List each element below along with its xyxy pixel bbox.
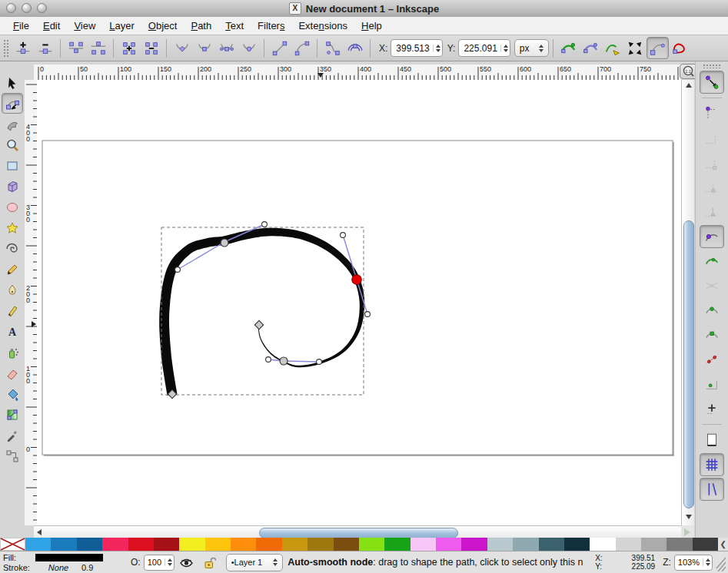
make-line-button[interactable] bbox=[268, 37, 291, 59]
tool-gradient[interactable] bbox=[2, 404, 23, 425]
delete-segment-button[interactable] bbox=[140, 37, 162, 59]
tool-calligraphy[interactable] bbox=[2, 300, 23, 321]
make-corner-button[interactable] bbox=[171, 37, 193, 59]
x-coordinate-spinbox[interactable]: 399.513 bbox=[391, 39, 442, 57]
edit-mask-path-button[interactable] bbox=[580, 37, 602, 59]
make-smooth-button[interactable] bbox=[193, 37, 215, 59]
swatch-ee5cee[interactable] bbox=[436, 538, 461, 551]
snap-smooth-nodes-button[interactable] bbox=[700, 323, 724, 346]
menu-file[interactable]: File bbox=[6, 18, 36, 33]
snap-rotation-centers-button[interactable] bbox=[700, 397, 724, 420]
tool-box-3d[interactable] bbox=[2, 176, 23, 197]
minimize-button[interactable] bbox=[22, 3, 32, 13]
menu-layer[interactable]: Layer bbox=[102, 18, 141, 33]
stroke-value[interactable]: None bbox=[35, 563, 81, 572]
menu-path[interactable]: Path bbox=[184, 18, 218, 33]
canvas[interactable] bbox=[37, 80, 681, 525]
snap-master-toggle-button[interactable] bbox=[700, 71, 724, 94]
snap-bbox-edges-button[interactable] bbox=[700, 127, 724, 150]
scroll-left-icon[interactable] bbox=[37, 529, 42, 535]
horizontal-ruler[interactable]: 0501001502002503003504004505005506006507… bbox=[34, 65, 681, 81]
swatch-8ea9af[interactable] bbox=[513, 538, 538, 551]
tool-rectangle[interactable] bbox=[2, 155, 23, 176]
horizontal-scrollbar[interactable] bbox=[34, 525, 681, 538]
tool-dropper[interactable] bbox=[2, 425, 23, 445]
break-nodes-button[interactable] bbox=[87, 37, 109, 59]
zoom-spinbox[interactable]: 103% bbox=[674, 555, 713, 571]
snap-bbox-centers-button[interactable] bbox=[700, 200, 724, 224]
swatch-9e780c[interactable] bbox=[307, 538, 333, 551]
snap-page-border-button[interactable] bbox=[700, 429, 724, 452]
tool-pencil[interactable] bbox=[2, 259, 23, 280]
tool-selector[interactable] bbox=[2, 72, 23, 93]
snap-midpoints-button[interactable] bbox=[700, 348, 724, 371]
swatch-1b7cbd[interactable] bbox=[51, 538, 76, 551]
snap-cusp-nodes-button[interactable] bbox=[700, 299, 724, 322]
stroke-to-path-button[interactable] bbox=[344, 37, 366, 59]
swatch-30a3e6[interactable] bbox=[25, 538, 51, 551]
show-path-outline-button[interactable] bbox=[669, 37, 691, 59]
scroll-right-icon[interactable] bbox=[684, 528, 690, 536]
object-to-path-button[interactable] bbox=[321, 37, 344, 59]
swatch-105e97[interactable] bbox=[77, 538, 102, 551]
make-auto-smooth-button[interactable] bbox=[238, 37, 260, 59]
menu-text[interactable]: Text bbox=[218, 18, 251, 33]
swatch-ffc40e[interactable] bbox=[205, 538, 231, 551]
swatch-7b4e10[interactable] bbox=[334, 538, 359, 551]
snap-guides-button[interactable] bbox=[700, 478, 724, 501]
tool-connector[interactable] bbox=[2, 445, 23, 466]
swatch-b7c9ce[interactable] bbox=[487, 538, 513, 551]
layer-lock-toggle[interactable] bbox=[203, 556, 217, 569]
tool-pen[interactable] bbox=[2, 280, 23, 300]
menu-help[interactable]: Help bbox=[354, 18, 389, 33]
swatch-a51117[interactable] bbox=[154, 538, 179, 551]
fill-swatch[interactable] bbox=[35, 554, 103, 561]
snap-grid-button[interactable] bbox=[700, 453, 724, 476]
swatch-c79810[interactable] bbox=[282, 538, 307, 551]
palette-scroll-icon[interactable]: ❮ bbox=[718, 538, 728, 551]
vertical-ruler[interactable]: 4003002001000 bbox=[25, 80, 38, 525]
tool-eraser[interactable] bbox=[2, 363, 23, 383]
scroll-up-icon[interactable] bbox=[686, 83, 692, 88]
swatch-17a317[interactable] bbox=[384, 538, 410, 551]
current-layer-select[interactable]: •Layer 1 bbox=[226, 554, 284, 571]
swatch-d4d4d4[interactable] bbox=[616, 538, 641, 551]
close-button[interactable] bbox=[6, 3, 16, 13]
delete-node-button[interactable] bbox=[34, 37, 56, 59]
insert-node-button[interactable] bbox=[12, 37, 34, 59]
tool-star[interactable] bbox=[2, 217, 23, 238]
swatch-ababab[interactable] bbox=[641, 538, 667, 551]
menu-edit[interactable]: Edit bbox=[36, 18, 67, 33]
tool-paint-bucket[interactable] bbox=[2, 383, 23, 404]
swatch-f06b05[interactable] bbox=[256, 538, 281, 551]
swatch-ff8e0c[interactable] bbox=[231, 538, 256, 551]
resize-grip[interactable] bbox=[716, 556, 726, 573]
menu-extensions[interactable]: Extensions bbox=[291, 18, 354, 33]
make-curve-button[interactable] bbox=[291, 37, 313, 59]
join-with-segment-button[interactable] bbox=[118, 37, 140, 59]
make-symmetric-button[interactable] bbox=[215, 37, 238, 59]
opacity-spinbox[interactable]: 100 bbox=[144, 555, 175, 571]
zoom-button[interactable] bbox=[37, 3, 47, 13]
swatch-f7c8f7[interactable] bbox=[411, 538, 436, 551]
swatch-f4265e[interactable] bbox=[102, 538, 128, 551]
swatch-cb15cb[interactable] bbox=[461, 538, 487, 551]
join-nodes-button[interactable] bbox=[65, 37, 87, 59]
swatch-f3ee20[interactable] bbox=[179, 538, 204, 551]
swatch-none[interactable] bbox=[0, 538, 25, 551]
swatch-3a616d[interactable] bbox=[539, 538, 564, 551]
tool-ellipse[interactable] bbox=[2, 197, 23, 217]
vertical-scrollbar[interactable] bbox=[681, 80, 694, 525]
swatch-7b7b7b[interactable] bbox=[667, 538, 692, 551]
snap-path-intersections-button[interactable] bbox=[700, 274, 724, 297]
swatch-dc1020[interactable] bbox=[128, 538, 154, 551]
fill-stroke-indicator[interactable]: Fill: Stroke: None 0.9 bbox=[3, 552, 125, 572]
y-coordinate-spinbox[interactable]: 225.091 bbox=[458, 39, 510, 57]
toolbar-grip[interactable] bbox=[3, 39, 8, 58]
snap-object-centers-button[interactable] bbox=[700, 373, 724, 396]
swatch-11303b[interactable] bbox=[564, 538, 590, 551]
menu-object[interactable]: Object bbox=[141, 18, 184, 33]
snap-to-paths-button[interactable] bbox=[700, 250, 724, 273]
scroll-down-icon[interactable] bbox=[686, 515, 692, 519]
snap-bbox-corners-button[interactable] bbox=[700, 151, 724, 174]
